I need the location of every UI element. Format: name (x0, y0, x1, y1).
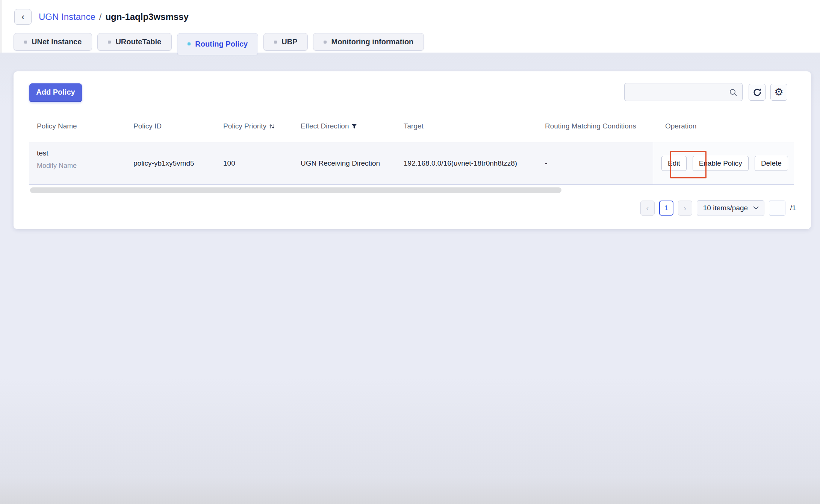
filter-icon[interactable] (351, 123, 357, 130)
tab-dot-icon (324, 41, 327, 44)
cell-routing-matching-conditions: - (545, 159, 547, 167)
search-input[interactable] (625, 83, 742, 101)
cell-operation: Edit Enable Policy Delete (653, 142, 794, 184)
chevron-left-icon: ‹ (21, 12, 24, 21)
sort-icon[interactable] (269, 123, 275, 130)
goto-page-input[interactable] (769, 201, 785, 216)
search-box (624, 83, 743, 101)
window-edge-strip (0, 0, 2, 53)
tab-dot-icon (24, 41, 27, 44)
page-title: ugn-1aqlp3wsmssy (105, 12, 188, 22)
tab-routing-policy[interactable]: Routing Policy (177, 33, 258, 55)
search-icon (729, 88, 738, 97)
tab-bar: UNet Instance URouteTable Routing Policy… (14, 33, 424, 55)
breadcrumb: UGN Instance / ugn-1aqlp3wsmssy (39, 9, 189, 25)
chevron-left-icon: ‹ (646, 204, 649, 213)
tab-dot-icon (274, 41, 277, 44)
column-header-policy-priority[interactable]: Policy Priority (223, 110, 275, 142)
cell-policy-name: test Modify Name (37, 149, 77, 170)
page-number-button[interactable]: 1 (659, 201, 673, 216)
tab-dot-icon (188, 42, 191, 45)
tab-ubp[interactable]: UBP (263, 33, 308, 51)
column-header-routing-matching-conditions: Routing Matching Conditions (545, 110, 636, 142)
next-page-button[interactable]: › (678, 201, 692, 216)
tab-uroutetable[interactable]: URouteTable (97, 33, 172, 51)
cell-policy-id: policy-yb1xy5vmd5 (133, 159, 194, 167)
cell-effect-direction: UGN Receiving Direction (301, 159, 380, 167)
tab-label: Routing Policy (195, 40, 248, 48)
horizontal-scrollbar-thumb[interactable] (30, 187, 561, 193)
column-header-target: Target (404, 110, 424, 142)
cell-target: 192.168.0.0/16(uvnet-18tr0nh8tzz8) (404, 159, 517, 167)
breadcrumb-link-ugn-instance[interactable]: UGN Instance (39, 12, 95, 22)
column-header-operation: Operation (665, 110, 696, 142)
tab-label: UNet Instance (32, 38, 82, 46)
tab-dot-icon (108, 41, 111, 44)
table-header-row: Policy Name Policy ID Policy Priority Ef… (29, 110, 794, 142)
total-pages-label: /1 (790, 204, 796, 212)
tab-monitoring-information[interactable]: Monitoring information (313, 33, 424, 51)
edit-button[interactable]: Edit (661, 156, 687, 171)
cell-policy-priority: 100 (223, 159, 235, 167)
back-button[interactable]: ‹ (14, 9, 32, 25)
tab-label: URouteTable (115, 38, 161, 46)
column-header-effect-direction[interactable]: Effect Direction (301, 110, 357, 142)
pagination: ‹ 1 › 10 items/page /1 (640, 200, 796, 216)
refresh-icon (752, 88, 762, 97)
chevron-right-icon: › (684, 204, 686, 213)
policy-table: Policy Name Policy ID Policy Priority Ef… (29, 110, 794, 185)
modify-name-link[interactable]: Modify Name (37, 162, 77, 170)
chevron-down-icon (753, 206, 759, 210)
tab-unet-instance[interactable]: UNet Instance (14, 33, 92, 51)
gear-icon: ⚙ (774, 87, 783, 97)
refresh-button[interactable] (749, 84, 766, 101)
add-policy-button[interactable]: Add Policy (29, 83, 82, 102)
tab-label: Monitoring information (331, 38, 413, 46)
enable-policy-button[interactable]: Enable Policy (693, 156, 749, 171)
delete-button[interactable]: Delete (755, 156, 788, 171)
tab-label: UBP (281, 38, 297, 46)
settings-button[interactable]: ⚙ (770, 84, 787, 101)
prev-page-button[interactable]: ‹ (640, 201, 655, 216)
table-row: test Modify Name policy-yb1xy5vmd5 100 U… (29, 142, 794, 185)
page-size-select[interactable]: 10 items/page (697, 200, 764, 216)
routing-policy-panel: Add Policy ⚙ Policy Name Policy ID (14, 71, 811, 229)
column-header-policy-id: Policy ID (133, 110, 162, 142)
column-header-policy-name: Policy Name (37, 110, 77, 142)
breadcrumb-separator: / (99, 12, 102, 22)
